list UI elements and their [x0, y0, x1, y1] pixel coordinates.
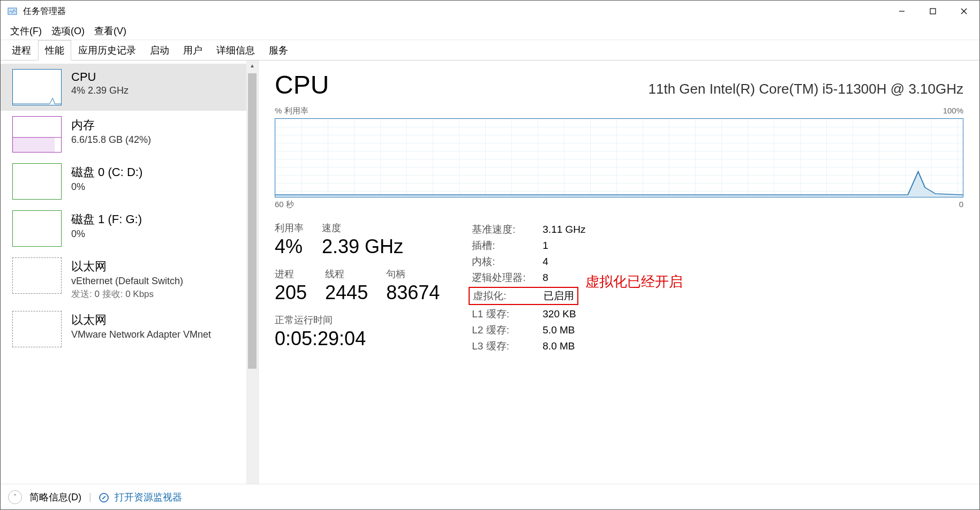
disk-thumb-icon	[12, 210, 62, 247]
sidebar-item-sub: 6.6/15.8 GB (42%)	[71, 134, 151, 146]
sidebar-item-cpu[interactable]: CPU 4% 2.39 GHz	[1, 64, 246, 111]
main-panel: CPU 11th Gen Intel(R) Core(TM) i5-11300H…	[259, 60, 979, 484]
task-manager-window: 任务管理器 文件(F) 选项(O) 查看(V) 进程 性能 应用历史记录 启动 …	[0, 0, 980, 510]
scroll-thumb[interactable]	[248, 73, 257, 369]
stat-threads: 线程 2445	[325, 268, 368, 304]
sidebar-item-title: 以太网	[71, 258, 183, 275]
stat-speed: 速度 2.39 GHz	[322, 222, 403, 258]
resource-monitor-icon	[99, 493, 109, 503]
stat-utilization: 利用率 4%	[275, 222, 304, 258]
menu-view[interactable]: 查看(V)	[91, 22, 130, 40]
minimize-button[interactable]	[886, 1, 917, 22]
ethernet-thumb-icon	[12, 311, 62, 347]
maximize-button[interactable]	[917, 1, 948, 22]
spec-logical: 逻辑处理器:8	[472, 270, 585, 286]
tab-users[interactable]: 用户	[176, 40, 209, 60]
sidebar-item-sub: VMware Network Adapter VMnet	[71, 329, 211, 340]
sidebar-item-text: 内存 6.6/15.8 GB (42%)	[71, 116, 151, 146]
page-title: CPU	[275, 70, 329, 100]
spec-l3: L3 缓存:8.0 MB	[472, 338, 585, 354]
tab-startup[interactable]: 启动	[143, 40, 176, 60]
titlebar: 任务管理器	[1, 1, 979, 22]
chart-ymax: 100%	[943, 106, 963, 116]
sidebar-item-sub: 0%	[71, 229, 142, 240]
sidebar-item-text: 磁盘 1 (F: G:) 0%	[71, 210, 142, 240]
memory-thumb-icon	[12, 116, 62, 153]
menu-file[interactable]: 文件(F)	[7, 22, 45, 40]
tab-services[interactable]: 服务	[262, 40, 295, 60]
chart-top-labels: % 利用率 100%	[275, 106, 963, 116]
chart-ylabel: % 利用率	[275, 106, 308, 116]
sidebar-item-sub: 0%	[71, 181, 142, 193]
sidebar-item-title: 以太网	[71, 312, 211, 328]
sidebar-item-memory[interactable]: 内存 6.6/15.8 GB (42%)	[1, 111, 246, 158]
sidebar-item-text: 以太网 vEthernet (Default Switch) 发送: 0 接收:…	[71, 257, 183, 300]
svg-rect-2	[930, 9, 936, 14]
cpu-thumb-icon	[12, 69, 62, 105]
menu-options[interactable]: 选项(O)	[48, 22, 88, 40]
window-title: 任务管理器	[23, 6, 886, 17]
menubar: 文件(F) 选项(O) 查看(V)	[1, 22, 979, 40]
chart-xmax: 60 秒	[275, 200, 294, 210]
sidebar-item-title: 内存	[71, 117, 151, 133]
fewer-details-label[interactable]: 简略信息(D)	[29, 491, 81, 504]
sidebar-item-title: 磁盘 0 (C: D:)	[71, 164, 142, 180]
stats-left: 利用率 4% 速度 2.39 GHz 进程 205	[275, 222, 440, 354]
sidebar-scrollbar[interactable]: ▲	[246, 60, 258, 484]
tab-app-history[interactable]: 应用历史记录	[71, 40, 143, 60]
sidebar-item-sub: 4% 2.39 GHz	[71, 85, 129, 96]
spec-cores: 内核:4	[472, 254, 585, 270]
scroll-up-icon[interactable]: ▲	[250, 63, 255, 72]
tab-details[interactable]: 详细信息	[209, 40, 262, 60]
fewer-details-button[interactable]: ˄	[8, 490, 22, 504]
stats-right: 基准速度:3.11 GHz 插槽:1 内核:4 逻辑处理器:8 虚拟化:已启用 …	[472, 222, 585, 354]
tab-performance[interactable]: 性能	[38, 40, 71, 60]
window-controls	[886, 1, 979, 22]
stat-processes: 进程 205	[275, 268, 307, 304]
cpu-model: 11th Gen Intel(R) Core(TM) i5-11300H @ 3…	[648, 81, 963, 97]
stat-handles: 句柄 83674	[386, 268, 440, 304]
sidebar-item-title: 磁盘 1 (F: G:)	[71, 211, 142, 227]
main-header: CPU 11th Gen Intel(R) Core(TM) i5-11300H…	[275, 70, 963, 100]
sidebar-item-ethernet-1[interactable]: 以太网 VMware Network Adapter VMnet	[1, 306, 246, 353]
disk-thumb-icon	[12, 163, 62, 200]
stat-uptime: 正常运行时间 0:05:29:04	[275, 314, 440, 350]
sidebar-item-text: CPU 4% 2.39 GHz	[71, 69, 129, 96]
spec-l2: L2 缓存:5.0 MB	[472, 322, 585, 338]
spec-l1: L1 缓存:320 KB	[472, 306, 585, 322]
sidebar-wrap: CPU 4% 2.39 GHz 内存 6.6/15.8 GB (42%)	[1, 60, 259, 484]
sidebar-item-text: 以太网 VMware Network Adapter VMnet	[71, 311, 211, 340]
sidebar-item-disk-1[interactable]: 磁盘 1 (F: G:) 0%	[1, 205, 246, 252]
sidebar-item-text: 磁盘 0 (C: D:) 0%	[71, 163, 142, 193]
tabs: 进程 性能 应用历史记录 启动 用户 详细信息 服务	[1, 40, 979, 60]
spec-base-speed: 基准速度:3.11 GHz	[472, 222, 585, 238]
tab-processes[interactable]: 进程	[5, 40, 38, 60]
sidebar-item-disk-0[interactable]: 磁盘 0 (C: D:) 0%	[1, 158, 246, 205]
chart-xmin: 0	[959, 200, 963, 210]
open-resource-monitor-link[interactable]: 打开资源监视器	[99, 491, 182, 504]
cpu-chart[interactable]	[275, 118, 963, 197]
footer: ˄ 简略信息(D) | 打开资源监视器	[1, 484, 979, 509]
ethernet-thumb-icon	[12, 257, 62, 294]
spec-sockets: 插槽:1	[472, 238, 585, 254]
spec-virtualization-highlight: 虚拟化:已启用	[469, 287, 578, 305]
chart-bottom-labels: 60 秒 0	[275, 200, 963, 210]
annotation-virtualization-enabled: 虚拟化已经开启	[585, 272, 683, 291]
sidebar-item-ethernet-0[interactable]: 以太网 vEthernet (Default Switch) 发送: 0 接收:…	[1, 252, 246, 306]
sidebar-item-netstats: 发送: 0 接收: 0 Kbps	[71, 288, 183, 300]
close-button[interactable]	[948, 1, 979, 22]
spec-virtualization: 虚拟化:已启用	[473, 288, 574, 304]
content: CPU 4% 2.39 GHz 内存 6.6/15.8 GB (42%)	[1, 60, 979, 484]
app-icon	[7, 6, 18, 17]
sidebar: CPU 4% 2.39 GHz 内存 6.6/15.8 GB (42%)	[1, 60, 246, 484]
sidebar-item-sub: vEthernet (Default Switch)	[71, 276, 183, 287]
sidebar-item-title: CPU	[71, 70, 129, 84]
